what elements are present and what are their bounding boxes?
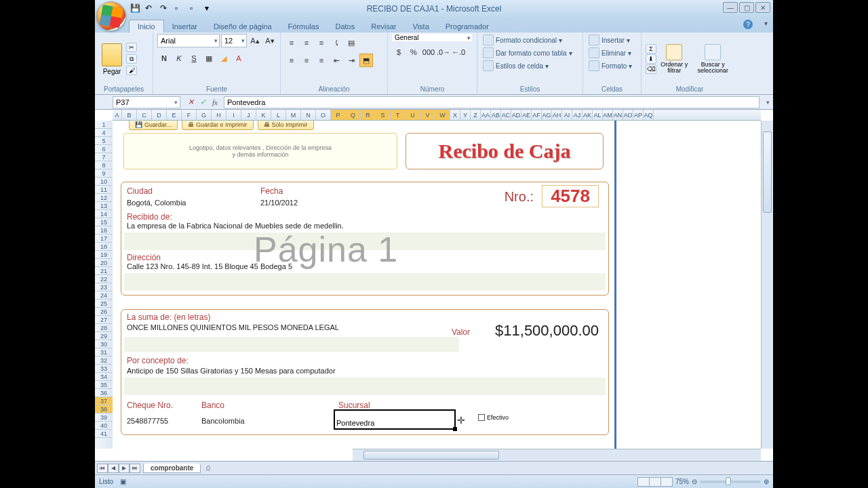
- col-header[interactable]: J: [241, 110, 256, 120]
- zoom-level[interactable]: 75%: [675, 478, 689, 485]
- col-header[interactable]: K: [256, 110, 271, 120]
- row-header[interactable]: 22: [95, 275, 113, 283]
- clear-icon[interactable]: ⌫: [646, 64, 656, 74]
- worksheet[interactable]: 💾 Guardar... 🖶 Guardar e Imprimir 🖶 Sólo…: [113, 121, 761, 449]
- redo-icon[interactable]: ↷: [160, 3, 171, 14]
- vertical-scrollbar[interactable]: [761, 121, 773, 449]
- font-color-button[interactable]: A: [232, 52, 245, 65]
- qat-icon[interactable]: ▫: [190, 3, 201, 14]
- col-header[interactable]: AP: [633, 110, 644, 120]
- fill-color-button[interactable]: ◢: [217, 52, 231, 65]
- sum-icon[interactable]: Σ: [646, 44, 656, 54]
- col-header[interactable]: L: [271, 110, 286, 120]
- col-header[interactable]: H: [212, 110, 226, 120]
- row-header[interactable]: 41: [95, 430, 113, 438]
- align-center-icon[interactable]: ≡: [300, 54, 313, 67]
- col-header[interactable]: Z: [471, 110, 481, 120]
- col-header[interactable]: AO: [623, 110, 633, 120]
- row-header[interactable]: 14: [95, 210, 113, 218]
- col-header[interactable]: Y: [460, 110, 471, 120]
- indent-dec-icon[interactable]: ⇤: [330, 54, 343, 67]
- cut-icon[interactable]: ✂: [126, 43, 137, 52]
- row-header[interactable]: 31: [95, 348, 113, 357]
- chevron-down-icon[interactable]: ▾: [764, 20, 768, 27]
- col-header[interactable]: R: [361, 110, 376, 120]
- row-header[interactable]: 1: [95, 121, 113, 129]
- solo-imprimir-button[interactable]: 🖶 Sólo Imprimir: [258, 121, 314, 130]
- row-header[interactable]: 5: [95, 137, 113, 145]
- increase-font-icon[interactable]: A▴: [248, 34, 262, 47]
- currency-icon[interactable]: $: [392, 45, 406, 59]
- next-sheet-icon[interactable]: ▶: [119, 464, 130, 473]
- font-family-combo[interactable]: Arial: [157, 34, 220, 47]
- row-header[interactable]: 27: [95, 316, 113, 324]
- col-header[interactable]: AH: [552, 110, 562, 120]
- insert-button[interactable]: Insertar ▾: [587, 34, 631, 46]
- col-header[interactable]: M: [286, 110, 301, 120]
- prev-sheet-icon[interactable]: ◀: [108, 464, 119, 473]
- col-header[interactable]: C: [137, 110, 152, 120]
- minimize-button[interactable]: —: [723, 2, 738, 13]
- row-header[interactable]: 6: [95, 145, 113, 153]
- cancel-icon[interactable]: ✕: [184, 96, 197, 108]
- format-table-button[interactable]: Dar formato como tabla ▾: [481, 47, 574, 59]
- col-header[interactable]: AA: [481, 110, 491, 120]
- tab-diseno[interactable]: Diseño de página: [205, 20, 280, 33]
- col-header[interactable]: X: [450, 110, 460, 120]
- row-header[interactable]: 37: [95, 397, 113, 405]
- page-break-view-icon[interactable]: [660, 477, 673, 487]
- save-icon[interactable]: 💾: [130, 3, 141, 14]
- undo-icon[interactable]: ↶: [145, 3, 156, 14]
- tab-insertar[interactable]: Insertar: [164, 20, 205, 33]
- format-button[interactable]: Formato ▾: [587, 60, 633, 72]
- cell-styles-button[interactable]: Estilos de celda ▾: [481, 60, 550, 72]
- tab-vista[interactable]: Vista: [405, 20, 437, 33]
- row-header[interactable]: 33: [95, 365, 113, 373]
- indent-inc-icon[interactable]: ⇥: [344, 54, 358, 67]
- guardar-imprimir-button[interactable]: 🖶 Guardar e Imprimir: [182, 121, 254, 130]
- merge-button[interactable]: ⬒: [359, 54, 373, 67]
- dec-decimal-icon[interactable]: ←.0: [452, 45, 465, 59]
- col-header[interactable]: AI: [562, 110, 572, 120]
- zoom-slider[interactable]: [700, 481, 761, 483]
- align-middle-icon[interactable]: ≡: [300, 36, 313, 49]
- font-size-combo[interactable]: 12: [221, 34, 247, 47]
- name-box[interactable]: P37: [113, 96, 180, 108]
- row-header[interactable]: 23: [95, 283, 113, 291]
- row-header[interactable]: 10: [95, 178, 113, 186]
- row-header[interactable]: 25: [95, 300, 113, 308]
- col-header[interactable]: S: [376, 110, 391, 120]
- row-header[interactable]: 32: [95, 357, 113, 365]
- first-sheet-icon[interactable]: ⏮: [97, 464, 108, 473]
- col-header[interactable]: AJ: [572, 110, 583, 120]
- row-header[interactable]: 35: [95, 381, 113, 389]
- horizontal-scrollbar[interactable]: [353, 449, 761, 461]
- col-header[interactable]: V: [420, 110, 435, 120]
- sheet-tab[interactable]: comprobante: [143, 464, 201, 473]
- expand-formula-icon[interactable]: ▾: [762, 99, 773, 106]
- row-header[interactable]: 29: [95, 332, 113, 340]
- col-header[interactable]: T: [391, 110, 406, 120]
- col-header[interactable]: P: [331, 110, 346, 120]
- border-button[interactable]: ▦: [202, 52, 216, 65]
- tab-inicio[interactable]: Inicio: [129, 20, 164, 33]
- row-header[interactable]: 24: [95, 291, 113, 300]
- col-header[interactable]: AQ: [644, 110, 654, 120]
- tab-programador[interactable]: Programador: [437, 20, 497, 33]
- row-header[interactable]: 30: [95, 340, 113, 348]
- office-button[interactable]: [96, 1, 126, 31]
- col-header[interactable]: AD: [511, 110, 521, 120]
- qat-icon[interactable]: ▫: [175, 3, 186, 14]
- col-header[interactable]: W: [435, 110, 450, 120]
- enter-icon[interactable]: ✓: [197, 96, 209, 108]
- row-header[interactable]: 20: [95, 259, 113, 267]
- col-header[interactable]: AF: [532, 110, 542, 120]
- row-header[interactable]: 34: [95, 373, 113, 381]
- bold-button[interactable]: N: [157, 52, 171, 65]
- copy-icon[interactable]: ⧉: [126, 54, 137, 64]
- row-header[interactable]: 40: [95, 422, 113, 430]
- row-header[interactable]: 4: [95, 129, 113, 137]
- efectivo-checkbox[interactable]: Efectivo: [478, 414, 509, 421]
- align-right-icon[interactable]: ≡: [315, 54, 328, 67]
- col-header[interactable]: AE: [521, 110, 532, 120]
